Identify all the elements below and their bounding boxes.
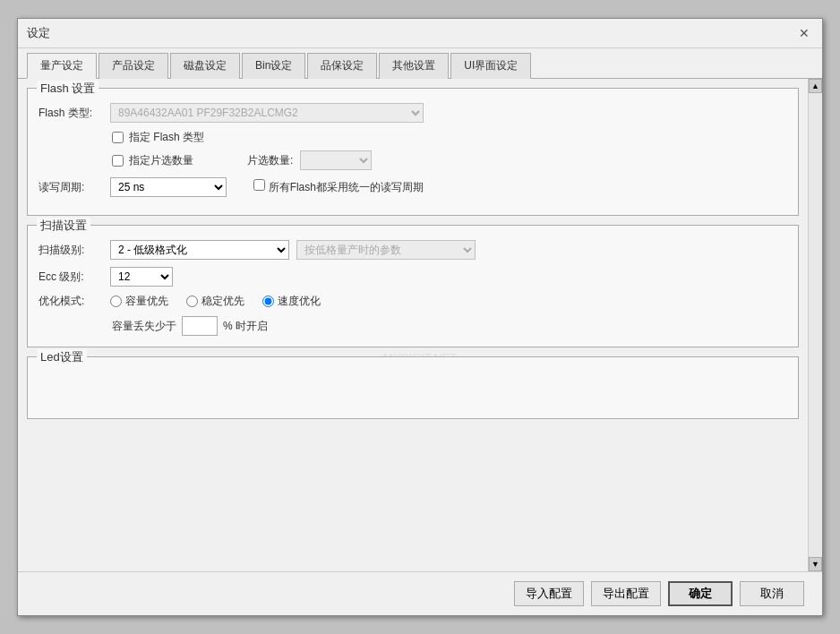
main-scroll-area: Flash 设置 Flash 类型: 89A46432AA01 PF29F32B… <box>18 79 808 571</box>
vertical-scrollbar[interactable]: ▲ ▼ <box>808 79 822 571</box>
rw-period-select[interactable]: 25 ns 30 ns 35 ns 40 ns <box>110 177 227 197</box>
cancel-button[interactable]: 取消 <box>740 581 804 606</box>
content-area: ⌂ 数码之家 MYDIGIT.NET Flash 设置 Flash 类型: 89… <box>18 79 822 571</box>
tab-quality[interactable]: 品保设定 <box>307 53 377 79</box>
ecc-level-row: Ecc 级别: 8 10 12 16 24 <box>39 267 787 287</box>
flash-section-content: Flash 类型: 89A46432AA01 PF29F32B2ALCMG2 指… <box>39 103 787 197</box>
specify-chips-label: 指定片选数量 <box>129 153 193 168</box>
tab-other[interactable]: 其他设置 <box>379 53 449 79</box>
tab-mass-production[interactable]: 量产设定 <box>27 53 97 79</box>
specify-chips-checkbox[interactable] <box>112 155 124 167</box>
titlebar: 设定 ✕ <box>18 19 822 48</box>
scan-level-row: 扫描级别: 0 - 不扫描 1 - 快速扫描 2 - 低级格式化 3 - 完整扫… <box>39 240 787 260</box>
led-section-title: Led设置 <box>37 349 87 365</box>
export-config-button[interactable]: 导出配置 <box>591 581 661 606</box>
optimize-stable-radio[interactable] <box>186 296 198 307</box>
scan-param-select[interactable]: 按低格量产时的参数 <box>296 240 476 260</box>
tab-bar: 量产设定 产品设定 磁盘设定 Bin设定 品保设定 其他设置 UI界面设定 <box>18 48 822 79</box>
tab-ui[interactable]: UI界面设定 <box>450 53 531 79</box>
ecc-level-label: Ecc 级别: <box>39 270 110 285</box>
tab-bin[interactable]: Bin设定 <box>242 53 305 79</box>
flash-settings-section: Flash 设置 Flash 类型: 89A46432AA01 PF29F32B… <box>27 88 799 216</box>
all-flash-same-period-label: 所有Flash都采用统一的读写周期 <box>269 181 424 193</box>
capacity-loss-row: 容量丢失少于 10 % 时开启 <box>112 316 787 336</box>
scan-settings-section: 扫描设置 扫描级别: 0 - 不扫描 1 - 快速扫描 2 - 低级格式化 3 … <box>27 225 799 347</box>
main-window: 设定 ✕ 量产设定 产品设定 磁盘设定 Bin设定 品保设定 其他设置 UI界面… <box>17 18 823 616</box>
optimize-capacity-radio[interactable] <box>110 296 122 307</box>
ecc-level-select[interactable]: 8 10 12 16 24 <box>110 267 173 287</box>
optimize-mode-row: 优化模式: 容量优先 稳定优先 <box>39 294 787 309</box>
specify-chips-row: 指定片选数量 片选数量: <box>112 150 787 170</box>
all-flash-same-period-checkbox[interactable] <box>253 179 265 191</box>
capacity-loss-prefix: 容量丢失少于 <box>112 319 176 334</box>
window-title: 设定 <box>27 25 50 41</box>
scroll-up-button[interactable]: ▲ <box>809 79 822 93</box>
led-settings-section: Led设置 <box>27 356 799 419</box>
capacity-loss-input[interactable]: 10 <box>182 316 218 336</box>
optimize-radio-group: 容量优先 稳定优先 速度优化 <box>110 294 321 309</box>
scan-level-label: 扫描级别: <box>39 243 110 258</box>
optimize-speed-option[interactable]: 速度优化 <box>262 294 321 309</box>
scroll-down-button[interactable]: ▼ <box>809 557 822 571</box>
flash-section-title: Flash 设置 <box>37 81 99 97</box>
chips-count-select[interactable] <box>300 150 372 170</box>
flash-type-label: Flash 类型: <box>39 106 110 121</box>
ok-button[interactable]: 确定 <box>668 581 733 606</box>
optimize-mode-label: 优化模式: <box>39 294 110 309</box>
tab-product[interactable]: 产品设定 <box>99 53 168 79</box>
rw-period-row: 读写周期: 25 ns 30 ns 35 ns 40 ns 所有Flash都采用… <box>39 177 787 197</box>
scroll-track <box>809 93 822 557</box>
flash-type-select[interactable]: 89A46432AA01 PF29F32B2ALCMG2 <box>110 103 424 123</box>
optimize-capacity-option[interactable]: 容量优先 <box>110 294 168 309</box>
close-button[interactable]: ✕ <box>795 24 813 42</box>
capacity-loss-suffix: % 时开启 <box>223 319 268 334</box>
import-config-button[interactable]: 导入配置 <box>514 581 584 606</box>
tab-disk[interactable]: 磁盘设定 <box>170 53 240 79</box>
optimize-speed-radio[interactable] <box>262 296 274 307</box>
flash-type-row: Flash 类型: 89A46432AA01 PF29F32B2ALCMG2 <box>39 103 787 123</box>
footer: 导入配置 导出配置 确定 取消 <box>18 571 822 615</box>
scan-section-title: 扫描设置 <box>37 218 90 234</box>
specify-flash-type-label: 指定 Flash 类型 <box>129 130 204 145</box>
scan-level-select[interactable]: 0 - 不扫描 1 - 快速扫描 2 - 低级格式化 3 - 完整扫描 <box>110 240 289 260</box>
specify-flash-type-row: 指定 Flash 类型 <box>112 130 787 145</box>
specify-flash-type-checkbox[interactable] <box>112 132 124 143</box>
led-section-content <box>39 372 787 407</box>
chips-count-label: 片选数量: <box>247 153 293 168</box>
scan-section-content: 扫描级别: 0 - 不扫描 1 - 快速扫描 2 - 低级格式化 3 - 完整扫… <box>39 240 787 336</box>
rw-period-label: 读写周期: <box>39 180 110 195</box>
optimize-stable-option[interactable]: 稳定优先 <box>186 294 244 309</box>
